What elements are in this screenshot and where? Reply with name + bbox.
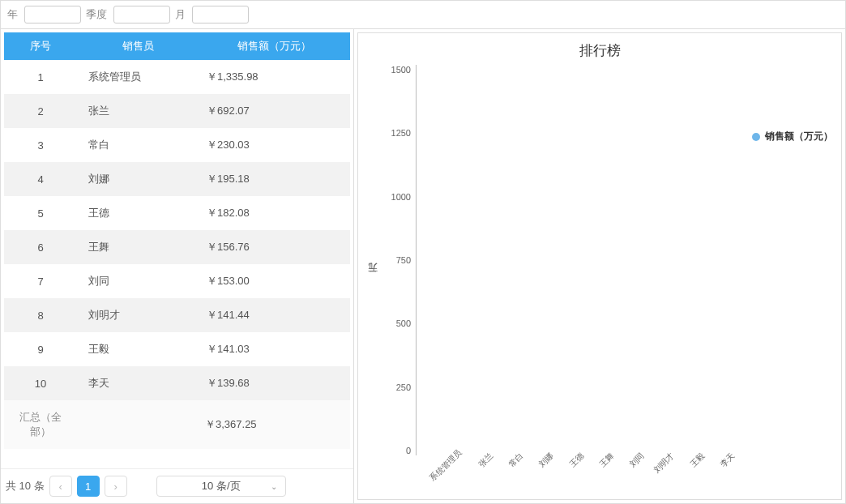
app-root: 年 季度 月 序号 销售员 销售额（万元） 1系统管理员￥1,335.982张兰… [0, 0, 846, 504]
page-size-select[interactable]: 10 条/页 ⌄ [156, 476, 286, 497]
pager-next-button[interactable]: › [105, 476, 127, 497]
cell-index: 6 [4, 230, 77, 264]
year-label: 年 [7, 7, 18, 22]
cell-index: 3 [4, 128, 77, 162]
chart-legend[interactable]: 销售额（万元） [752, 130, 833, 143]
cell-amount: ￥156.76 [199, 230, 350, 264]
cell-index: 5 [4, 196, 77, 230]
page-size-label: 10 条/页 [202, 479, 241, 493]
cell-index: 10 [4, 366, 77, 400]
filter-bar: 年 季度 月 [1, 1, 845, 29]
chart-bars-area [416, 65, 728, 455]
cell-index: 2 [4, 94, 77, 128]
month-label: 月 [175, 7, 186, 22]
chart-yaxis: 1500125010007505002500 [382, 65, 416, 455]
cell-index: 8 [4, 298, 77, 332]
cell-name: 张兰 [77, 94, 199, 128]
legend-label: 销售额（万元） [765, 130, 833, 143]
cell-amount: ￥139.68 [199, 366, 350, 400]
table-row[interactable]: 8刘明才￥141.44 [4, 298, 350, 332]
table-row[interactable]: 1系统管理员￥1,335.98 [4, 60, 350, 94]
cell-amount: ￥141.44 [199, 298, 350, 332]
table-footer-row: 汇总（全部） ￥3,367.25 [4, 400, 350, 449]
chevron-right-icon: › [114, 481, 118, 493]
footer-label: 汇总（全部） [4, 400, 77, 449]
ytick-label: 250 [396, 382, 411, 392]
sales-table: 序号 销售员 销售额（万元） 1系统管理员￥1,335.982张兰￥692.07… [4, 32, 350, 449]
col-amount[interactable]: 销售额（万元） [199, 32, 350, 60]
cell-name: 王德 [77, 196, 199, 230]
col-name[interactable]: 销售员 [77, 32, 199, 60]
chevron-down-icon: ⌄ [271, 482, 277, 491]
pager: 共 10 条 ‹ 1 › 10 条/页 ⌄ [1, 468, 353, 503]
table-row[interactable]: 7刘同￥153.00 [4, 264, 350, 298]
cell-amount: ￥153.00 [199, 264, 350, 298]
cell-amount: ￥692.07 [199, 94, 350, 128]
footer-amount: ￥3,367.25 [199, 400, 350, 449]
table-row[interactable]: 10李天￥139.68 [4, 366, 350, 400]
quarter-input[interactable] [113, 6, 170, 23]
legend-swatch-icon [752, 133, 760, 141]
pager-total: 共 10 条 [6, 479, 45, 493]
table-row[interactable]: 9王毅￥141.03 [4, 332, 350, 366]
cell-amount: ￥1,335.98 [199, 60, 350, 94]
cell-name: 系统管理员 [77, 60, 199, 94]
ytick-label: 1500 [391, 65, 411, 75]
chart-panel: 排行榜 万元 销售额（万元） 1500125010007505002500 系统… [357, 32, 842, 500]
chart-xaxis: 系统管理员张兰常白刘娜王德王舞刘同刘明才王毅李天 [382, 455, 728, 494]
cell-amount: ￥195.18 [199, 162, 350, 196]
ytick-label: 0 [406, 446, 411, 455]
table-row[interactable]: 3常白￥230.03 [4, 128, 350, 162]
table-row[interactable]: 5王德￥182.08 [4, 196, 350, 230]
cell-index: 9 [4, 332, 77, 366]
ytick-label: 1250 [391, 128, 411, 138]
ytick-label: 750 [396, 255, 411, 265]
month-input[interactable] [192, 6, 249, 23]
col-index[interactable]: 序号 [4, 32, 77, 60]
ytick-label: 1000 [391, 192, 411, 202]
cell-amount: ￥230.03 [199, 128, 350, 162]
cell-name: 刘娜 [77, 162, 199, 196]
table-row[interactable]: 2张兰￥692.07 [4, 94, 350, 128]
chart-title: 排行榜 [366, 41, 833, 60]
quarter-label: 季度 [86, 7, 107, 22]
cell-name: 李天 [77, 366, 199, 400]
cell-amount: ￥141.03 [199, 332, 350, 366]
year-input[interactable] [24, 6, 81, 23]
cell-index: 7 [4, 264, 77, 298]
cell-name: 刘同 [77, 264, 199, 298]
cell-name: 常白 [77, 128, 199, 162]
pager-page-1-button[interactable]: 1 [77, 476, 100, 497]
cell-name: 王毅 [77, 332, 199, 366]
table-row[interactable]: 6王舞￥156.76 [4, 230, 350, 264]
ytick-label: 500 [396, 318, 411, 328]
chevron-left-icon: ‹ [59, 481, 62, 493]
cell-index: 1 [4, 60, 77, 94]
table-row[interactable]: 4刘娜￥195.18 [4, 162, 350, 196]
cell-amount: ￥182.08 [199, 196, 350, 230]
cell-index: 4 [4, 162, 77, 196]
cell-name: 刘明才 [77, 298, 199, 332]
cell-name: 王舞 [77, 230, 199, 264]
pager-prev-button[interactable]: ‹ [49, 476, 72, 497]
table-panel: 序号 销售员 销售额（万元） 1系统管理员￥1,335.982张兰￥692.07… [1, 29, 354, 503]
